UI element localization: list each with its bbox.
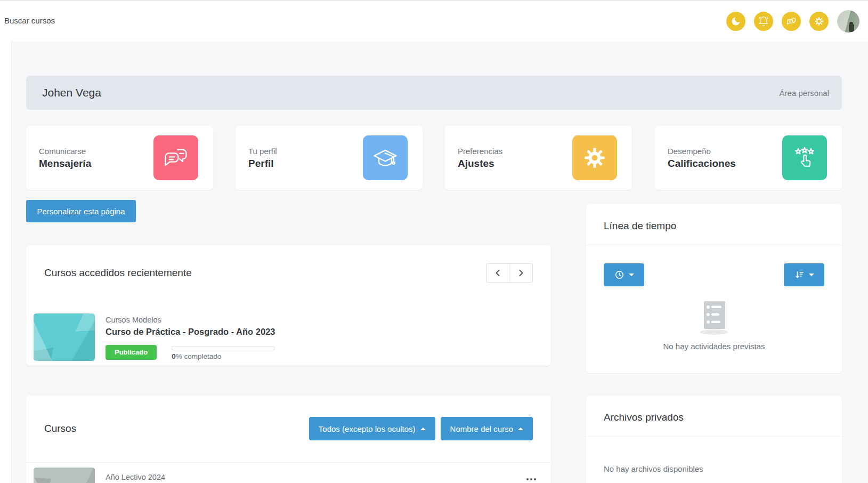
- drawer-edge: [0, 42, 12, 483]
- gear-icon: [814, 16, 824, 27]
- timeline-title: Línea de tiempo: [604, 220, 676, 231]
- next-page-button[interactable]: [509, 263, 533, 283]
- timeline-header: Línea de tiempo: [586, 204, 842, 245]
- course-category: Cursos Modelos: [106, 316, 275, 324]
- sort-label: Nombre del curso: [450, 424, 513, 433]
- shortcut-title: Ajustes: [458, 158, 502, 170]
- shortcut-card-messaging[interactable]: Comunicarse Mensajería: [26, 126, 213, 190]
- private-files-card: Archivos privados No hay archivos dispon…: [586, 396, 842, 483]
- notifications-button[interactable]: [754, 12, 773, 31]
- courses-controls: Todos (excepto los ocultos) Nombre del c…: [309, 417, 533, 440]
- course-name[interactable]: Curso de Práctica - Posgrado - Año 2023: [106, 327, 275, 337]
- progress-label: 0% completado: [172, 352, 275, 360]
- shortcut-text: Desempeño Calificaciones: [668, 147, 736, 170]
- timeline-body: No hay actividades previstas: [586, 245, 842, 351]
- courses-overview-card: Cursos Todos (excepto los ocultos) Nombr…: [26, 396, 551, 483]
- shortcut-text: Tu perfil Perfil: [248, 147, 277, 170]
- search-courses-link[interactable]: Buscar cursos: [4, 16, 55, 25]
- gear-icon: [572, 135, 617, 180]
- progress-bar: [172, 346, 275, 350]
- recent-courses-header: Cursos accedidos recientemente: [26, 245, 551, 283]
- course-category: Año Lectivo 2024: [106, 473, 514, 481]
- timeline-day-filter-dropdown[interactable]: [604, 263, 644, 286]
- area-personal-label: Área personal: [780, 88, 829, 98]
- courses-title: Cursos: [44, 423, 76, 434]
- status-badge: Publicado: [106, 345, 157, 360]
- moon-icon: [731, 16, 741, 27]
- shortcut-card-settings[interactable]: Preferencias Ajustes: [445, 126, 632, 190]
- empty-activities-icon: [696, 298, 732, 336]
- user-avatar[interactable]: [837, 10, 859, 33]
- shortcut-subtitle: Desempeño: [668, 147, 736, 156]
- course-list-item[interactable]: Año Lectivo 2024: [34, 468, 538, 483]
- page-header-bar: Johen Vega Área personal: [26, 76, 842, 110]
- private-files-header: Archivos privados: [586, 396, 842, 437]
- course-info: Cursos Modelos Curso de Práctica - Posgr…: [106, 313, 275, 361]
- shortcut-text: Comunicarse Mensajería: [39, 147, 91, 170]
- dark-mode-button[interactable]: [726, 12, 745, 31]
- private-files-title: Archivos privados: [604, 412, 684, 423]
- chevron-left-icon: [494, 269, 501, 277]
- timeline-controls: [586, 245, 842, 286]
- prev-page-button[interactable]: [486, 263, 509, 283]
- timeline-empty-state: No hay actividades previstas: [586, 298, 842, 351]
- messages-button[interactable]: [782, 12, 801, 31]
- course-thumbnail[interactable]: [34, 313, 95, 361]
- dashboard-screen: Buscar cursos: [0, 0, 868, 483]
- divider: [26, 462, 551, 463]
- timeline-empty-text: No hay actividades previstas: [586, 342, 842, 351]
- chevron-right-icon: [518, 269, 524, 277]
- bell-icon: [758, 16, 769, 27]
- user-name: Johen Vega: [42, 86, 101, 99]
- caret-down-icon: [629, 273, 634, 276]
- sort-amount-icon: [794, 270, 805, 280]
- clock-icon: [614, 270, 624, 280]
- shortcut-title: Perfil: [248, 158, 277, 170]
- timeline-card: Línea de tiempo: [586, 204, 842, 373]
- caret-down-icon: [809, 273, 814, 276]
- courses-header: Cursos Todos (excepto los ocultos) Nombr…: [26, 396, 551, 440]
- navbar-actions: [726, 1, 859, 42]
- course-sort-dropdown[interactable]: Nombre del curso: [441, 417, 533, 440]
- graduation-cap-icon: [363, 135, 408, 180]
- shortcut-card-grades[interactable]: Desempeño Calificaciones: [655, 126, 842, 190]
- recent-courses-title: Cursos accedidos recientemente: [44, 267, 192, 279]
- shortcut-title: Calificaciones: [668, 158, 736, 170]
- course-actions-menu[interactable]: [524, 476, 538, 482]
- shortcut-subtitle: Tu perfil: [248, 147, 277, 156]
- caret-up-icon: [518, 428, 523, 430]
- shortcut-title: Mensajería: [39, 158, 91, 170]
- top-navbar: Buscar cursos: [0, 0, 868, 42]
- shortcut-subtitle: Preferencias: [458, 147, 502, 156]
- filter-label: Todos (excepto los ocultos): [319, 424, 416, 433]
- shortcut-text: Preferencias Ajustes: [458, 147, 502, 170]
- chat-bubbles-icon: [786, 16, 797, 27]
- stars-hand-icon: [782, 135, 827, 180]
- recent-course-item[interactable]: Cursos Modelos Curso de Práctica - Posgr…: [34, 313, 543, 361]
- course-thumbnail[interactable]: [34, 468, 95, 483]
- course-meta: Publicado 0% completado: [106, 345, 275, 360]
- carousel-pager: [486, 263, 533, 283]
- preferences-button[interactable]: [809, 12, 829, 31]
- shortcut-card-profile[interactable]: Tu perfil Perfil: [236, 126, 423, 190]
- course-progress: 0% completado: [172, 346, 275, 360]
- customize-page-button[interactable]: Personalizar esta página: [26, 200, 136, 222]
- private-files-empty-text: No hay archivos disponibles: [586, 437, 842, 473]
- caret-up-icon: [420, 428, 426, 430]
- chat-bubbles-icon: [153, 135, 198, 180]
- shortcut-subtitle: Comunicarse: [39, 147, 91, 156]
- timeline-sort-dropdown[interactable]: [784, 263, 824, 286]
- course-filter-dropdown[interactable]: Todos (excepto los ocultos): [309, 417, 435, 440]
- recently-accessed-courses-card: Cursos accedidos recientemente Cursos Mo…: [26, 245, 551, 366]
